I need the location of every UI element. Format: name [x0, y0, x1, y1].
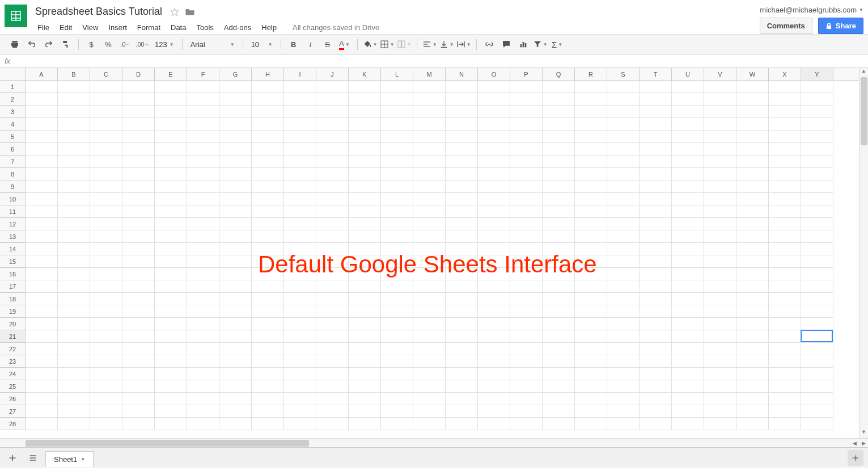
cell[interactable] — [446, 243, 478, 255]
cell[interactable] — [478, 330, 510, 343]
cell[interactable] — [316, 343, 349, 355]
row-header[interactable]: 17 — [0, 280, 26, 293]
cell[interactable] — [478, 355, 510, 368]
cell[interactable] — [672, 143, 704, 155]
cell[interactable] — [122, 280, 155, 293]
cell[interactable] — [187, 131, 219, 143]
cell[interactable] — [90, 143, 122, 155]
cell[interactable] — [510, 280, 543, 293]
cell[interactable] — [122, 393, 155, 405]
cell[interactable] — [478, 418, 510, 430]
cell[interactable] — [640, 255, 672, 268]
comments-button[interactable]: Comments — [760, 18, 812, 34]
cell[interactable] — [219, 393, 252, 405]
cell[interactable] — [155, 355, 187, 368]
cell[interactable] — [219, 318, 252, 330]
cell[interactable] — [607, 255, 640, 268]
row-header[interactable]: 25 — [0, 380, 26, 393]
cell[interactable] — [575, 380, 607, 393]
cell[interactable] — [90, 368, 122, 380]
cell[interactable] — [316, 168, 349, 180]
cell[interactable] — [607, 205, 640, 218]
cell[interactable] — [478, 280, 510, 293]
row-header[interactable]: 9 — [0, 180, 26, 193]
cell[interactable] — [58, 205, 90, 218]
cell[interactable] — [316, 106, 349, 118]
cell[interactable] — [736, 305, 769, 318]
cell[interactable] — [769, 393, 801, 405]
add-sheet-button[interactable] — [5, 450, 20, 466]
cell[interactable] — [446, 106, 478, 118]
cell[interactable] — [704, 93, 736, 106]
cell[interactable] — [155, 255, 187, 268]
cell[interactable] — [769, 418, 801, 430]
cell[interactable] — [90, 218, 122, 230]
cell[interactable] — [478, 106, 510, 118]
cell[interactable] — [801, 255, 833, 268]
cell[interactable] — [316, 131, 349, 143]
cell[interactable] — [252, 355, 284, 368]
cell[interactable] — [155, 330, 187, 343]
cell[interactable] — [284, 355, 316, 368]
cell[interactable] — [155, 393, 187, 405]
column-header[interactable]: G — [219, 68, 252, 80]
cell[interactable] — [704, 405, 736, 418]
column-header[interactable]: M — [413, 68, 446, 80]
cell[interactable] — [316, 193, 349, 205]
cell[interactable] — [349, 355, 381, 368]
cell[interactable] — [575, 268, 607, 280]
cell[interactable] — [122, 355, 155, 368]
cell[interactable] — [381, 168, 413, 180]
cell[interactable] — [122, 93, 155, 106]
cell[interactable] — [413, 393, 446, 405]
cell[interactable] — [543, 180, 575, 193]
cell[interactable] — [640, 418, 672, 430]
cell[interactable] — [26, 268, 58, 280]
cell[interactable] — [381, 118, 413, 131]
cell[interactable] — [155, 243, 187, 255]
cell[interactable] — [155, 380, 187, 393]
italic-button[interactable]: I — [303, 37, 319, 52]
cell[interactable] — [122, 168, 155, 180]
cell[interactable] — [607, 180, 640, 193]
row-header[interactable]: 8 — [0, 168, 26, 180]
cell[interactable] — [58, 218, 90, 230]
cell[interactable] — [543, 280, 575, 293]
cell[interactable] — [122, 81, 155, 93]
cell[interactable] — [446, 193, 478, 205]
cell[interactable] — [187, 81, 219, 93]
cell[interactable] — [349, 230, 381, 243]
cell[interactable] — [219, 343, 252, 355]
cell[interactable] — [640, 193, 672, 205]
cell[interactable] — [219, 218, 252, 230]
cell[interactable] — [736, 131, 769, 143]
cell[interactable] — [122, 218, 155, 230]
cell[interactable] — [26, 81, 58, 93]
cell[interactable] — [90, 243, 122, 255]
cell[interactable] — [349, 93, 381, 106]
cell[interactable] — [381, 255, 413, 268]
cell[interactable] — [736, 268, 769, 280]
cell[interactable] — [155, 143, 187, 155]
cell[interactable] — [26, 393, 58, 405]
cell[interactable] — [349, 143, 381, 155]
cell[interactable] — [607, 243, 640, 255]
row-header[interactable]: 13 — [0, 230, 26, 243]
cell[interactable] — [284, 93, 316, 106]
row-header[interactable]: 18 — [0, 293, 26, 305]
cell[interactable] — [252, 143, 284, 155]
cell[interactable] — [26, 131, 58, 143]
cell[interactable] — [801, 293, 833, 305]
cell[interactable] — [769, 193, 801, 205]
insert-link-button[interactable] — [481, 37, 497, 52]
column-header[interactable]: Q — [543, 68, 575, 80]
cell[interactable] — [252, 405, 284, 418]
cell[interactable] — [607, 118, 640, 131]
cell[interactable] — [769, 305, 801, 318]
row-header[interactable]: 24 — [0, 368, 26, 380]
cell[interactable] — [219, 155, 252, 168]
cell[interactable] — [543, 268, 575, 280]
cell[interactable] — [736, 230, 769, 243]
scroll-left-button[interactable]: ◀ — [850, 439, 859, 447]
cell[interactable] — [26, 405, 58, 418]
